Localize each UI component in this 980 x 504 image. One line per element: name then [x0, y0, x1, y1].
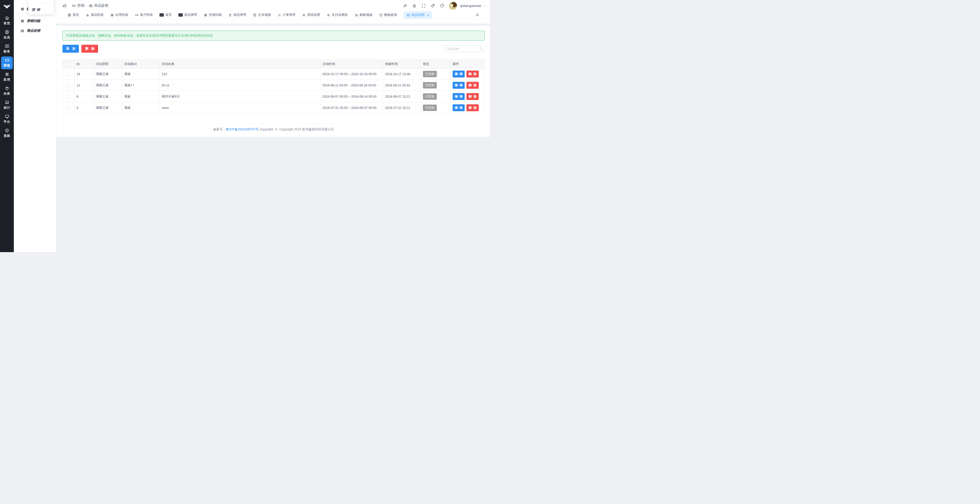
sidebar-item-system[interactable]: 系统	[1, 127, 13, 139]
delete-button[interactable]: 删 除	[81, 45, 98, 53]
refresh-icon[interactable]	[440, 3, 444, 8]
row-checkbox[interactable]	[67, 106, 70, 110]
cell-created: 2024-10-17 13:48	[383, 68, 421, 80]
avatar[interactable]	[449, 2, 457, 10]
tab-item[interactable]: 系统设置	[302, 13, 320, 17]
divider	[40, 3, 51, 3]
chevron-down-icon[interactable]	[484, 4, 487, 7]
cell-status: 已结束	[421, 68, 450, 80]
search-input[interactable]	[444, 45, 485, 52]
beian-link[interactable]: 黔ICP备2021005707号	[226, 128, 259, 131]
notice-banner: 可设置商品满减活动、满赠活动、加价换购活动，设置后会在商品详情页面显示正在进行的…	[62, 31, 485, 41]
main-area: 营销›商品促销 qidiangaoxiao 首页菜品列表应用列表商户列表4K首页…	[56, 0, 490, 137]
sidebar2-item-label: 商品促销	[27, 29, 40, 33]
fullscreen-icon[interactable]	[422, 3, 426, 8]
tab-label: 商品管理	[234, 13, 246, 17]
link-icon[interactable]	[403, 3, 407, 8]
sidebar2-item[interactable]: 营销功能	[14, 16, 56, 26]
tab-label: 营销功能	[209, 13, 222, 17]
row-checkbox[interactable]	[67, 72, 70, 76]
sidebar-item-takeout[interactable]: 外卖	[1, 85, 13, 97]
tab-item[interactable]: 菜品列表	[86, 13, 104, 17]
breadcrumb-item[interactable]: 营销	[72, 3, 84, 8]
sidebar-item-platform[interactable]: 平台	[1, 113, 13, 125]
row-checkbox[interactable]	[67, 95, 70, 98]
tab-label: 分享海报	[258, 13, 271, 17]
row-delete-button[interactable]: 删 除	[466, 104, 479, 111]
tab-label: 首页	[165, 13, 172, 17]
app-4k-icon: 4K	[159, 13, 164, 17]
username[interactable]: qidiangaoxiao	[460, 4, 481, 8]
finance-icon	[5, 44, 10, 49]
sidebar-item-label: 营销	[3, 63, 10, 68]
breadcrumb-row: 营销›商品促销 qidiangaoxiao	[56, 0, 490, 11]
tab-item[interactable]: 4K首页	[159, 13, 172, 17]
column-header: 活动时间	[320, 60, 383, 68]
tags-icon[interactable]	[431, 3, 435, 8]
sidebar2-item-label: 营销功能	[27, 19, 40, 23]
sidebar-secondary-nav: 营销功能商品促销	[14, 16, 56, 36]
marketing-icon	[5, 58, 10, 63]
sidebar-primary: 首页会员财务营销应用外卖设计平台系统	[0, 0, 14, 252]
edit-button[interactable]: 编 辑	[453, 71, 465, 78]
menu-popup-label: 营销	[32, 8, 41, 12]
tab-label: 商品促销	[412, 13, 425, 17]
row-delete-button[interactable]: 删 除	[466, 71, 479, 78]
sidebar2-item[interactable]: 商品促销	[14, 26, 56, 36]
sidebar-item-home[interactable]: 首页	[1, 14, 13, 27]
tab-item[interactable]: 商户列表	[135, 13, 153, 17]
sidebar-item-label: 财务	[3, 49, 10, 54]
tab-item[interactable]: 首页	[68, 13, 79, 17]
tab-item[interactable]: 分享海报	[253, 13, 271, 17]
tab-list-icon[interactable]	[476, 13, 479, 17]
tab-label: 购物满减	[360, 13, 372, 17]
tabs-bar: 首页菜品列表应用列表商户列表4K首页4K商品管理营销功能商品管理分享海报订单管理…	[56, 11, 490, 19]
sidebar-item-finance[interactable]: 财务	[1, 43, 13, 55]
cell-actions: 编 辑删 除	[450, 91, 485, 102]
cell-type: 满额立减	[94, 68, 122, 80]
sidebar-item-design[interactable]: 设计	[1, 99, 13, 111]
breadcrumb-item[interactable]: 商品促销	[89, 3, 108, 8]
cell-tag: 满减	[122, 91, 159, 102]
edit-button[interactable]: 编 辑	[453, 104, 465, 111]
copyright-icon: ©	[275, 127, 277, 131]
tab-item[interactable]: 商品管理	[228, 13, 246, 17]
briefcase-icon	[407, 13, 410, 17]
tab-item[interactable]: 购物返现	[379, 13, 397, 17]
order-icon	[277, 13, 281, 17]
search-icon[interactable]	[479, 47, 482, 51]
select-all-checkbox[interactable]	[67, 62, 70, 66]
tab-item[interactable]: 4K商品管理	[178, 13, 197, 17]
table-row: 6满额立减满减满30元减4元2024-08-07 00:00 ~ 2024-08…	[63, 91, 485, 102]
close-icon[interactable]: ×	[427, 13, 429, 17]
sidebar-item-marketing[interactable]: 营销	[1, 57, 13, 69]
sidebar-fold-icon[interactable]	[62, 3, 67, 8]
cell-name: 20-11	[159, 80, 320, 91]
add-button[interactable]: 添 加	[62, 45, 79, 53]
lock-icon[interactable]	[412, 3, 417, 8]
toolbar: 添 加 删 除	[62, 45, 485, 53]
topbar: 营销›商品促销 qidiangaoxiao 首页菜品列表应用列表商户列表4K首页…	[56, 0, 490, 24]
table-row: 5满额立减满减cews2024-07-31 00:00 ~ 2024-08-07…	[63, 102, 485, 114]
tab-item[interactable]: 支付后赠送	[327, 13, 348, 17]
sidebar-item-label: 系统	[3, 134, 10, 138]
sidebar-item-label: 会员	[3, 35, 10, 40]
sidebar-item-member[interactable]: 会员	[1, 29, 13, 41]
tab-item[interactable]: 订单管理	[277, 13, 296, 17]
sidebar-item-apps[interactable]: 应用	[1, 71, 13, 83]
cell-tag: 满减	[122, 102, 159, 114]
cell-actions: 编 辑删 除	[450, 80, 485, 91]
edit-button[interactable]: 编 辑	[453, 82, 465, 89]
tab-item[interactable]: 购物满减	[355, 13, 372, 17]
status-badge: 已结束	[423, 94, 437, 100]
status-badge: 已结束	[423, 71, 437, 77]
edit-button[interactable]: 编 辑	[453, 93, 465, 100]
tab-item[interactable]: 营销功能	[204, 13, 222, 17]
cell-tag: 满减++	[122, 80, 159, 91]
tab-active[interactable]: 商品促销×	[404, 11, 432, 19]
row-checkbox-cell	[63, 80, 75, 91]
row-delete-button[interactable]: 删 除	[466, 82, 479, 89]
tab-item[interactable]: 应用列表	[110, 13, 128, 17]
row-checkbox[interactable]	[67, 83, 70, 87]
row-delete-button[interactable]: 删 除	[466, 93, 479, 100]
